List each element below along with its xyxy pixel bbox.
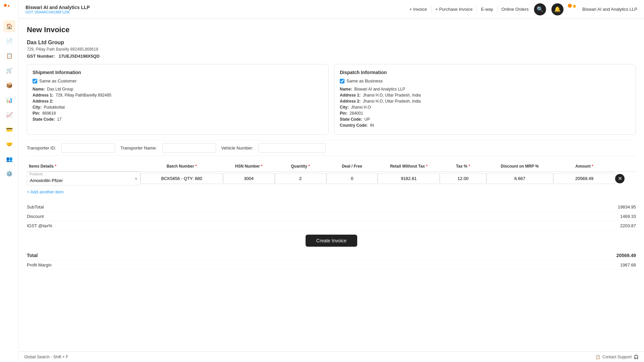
shipment-name-label: Name: [33, 87, 45, 92]
profit-label: Profit Margin [27, 262, 52, 267]
total-row-main: Total 20569.49 [27, 251, 636, 260]
nav-actions: + Invoice + Purchase Invoice E-way Onlin… [410, 6, 529, 13]
subtotal-value: 19834.95 [618, 204, 636, 209]
shipment-address2-field: Address 2: [33, 99, 323, 104]
shipment-address1-label: Address 1: [33, 93, 53, 98]
page-title: New Invoice [27, 25, 636, 34]
quantity-cell [275, 172, 326, 186]
dispatch-pin-field: Pin: 284001 [340, 111, 630, 116]
main-area: Biswari AI and Analytics LLP GST: 05AAAC… [19, 0, 644, 362]
same-as-business-checkbox[interactable] [340, 79, 344, 83]
sidebar-item-inventory[interactable]: 📦 [3, 79, 15, 91]
sidebar-item-reports[interactable]: 📊 [3, 94, 15, 106]
discount-mrp-input[interactable] [486, 173, 553, 184]
page-content: New Invoice Das Ltd Group 729, Pillay Pa… [19, 19, 644, 351]
create-invoice-button[interactable]: Create Invoice [306, 235, 357, 247]
product-cell: Products Amoxicillin Pfizer ▼ [27, 172, 141, 186]
support-headset-icon: 🎧 [634, 355, 639, 359]
dispatch-city-field: City: Jhansi H.O [340, 105, 630, 110]
total-value: 20569.49 [616, 253, 636, 258]
same-as-business-row[interactable]: Same as Business [340, 78, 630, 83]
same-as-customer-row[interactable]: Same as Customer [33, 78, 323, 83]
retail-without-tax-input[interactable] [378, 173, 440, 184]
sidebar-item-users[interactable]: 👥 [3, 153, 15, 165]
purchase-invoice-button[interactable]: + Purchase Invoice [435, 7, 473, 12]
gst-label: GST Number: [27, 54, 55, 59]
transporter-name-input[interactable] [162, 143, 216, 153]
eway-button[interactable]: E-way [481, 7, 493, 12]
shipment-city-label: City: [33, 105, 42, 110]
dispatch-pin-label: Pin: [340, 111, 347, 116]
quantity-input[interactable] [275, 173, 326, 184]
brand-name-text: Biswari AI and Analytics LLP [582, 7, 637, 12]
dispatch-city-label: City: [340, 105, 349, 110]
global-search-hint: Global Search - Shift + F [24, 355, 68, 359]
total-label: Total [27, 253, 38, 258]
igst-value: 2203.87 [620, 223, 636, 228]
sidebar-item-invoices[interactable]: 📄 [3, 35, 15, 47]
transporter-id-input[interactable] [61, 143, 115, 153]
same-as-customer-checkbox[interactable] [33, 79, 37, 83]
sidebar-item-analytics[interactable]: 📈 [3, 109, 15, 121]
dispatch-address1-field: Address 1: Jhansi H.O, Uttar Pradesh, In… [340, 93, 630, 98]
shipment-info-box: Shipment Information Same as Customer Na… [27, 64, 329, 135]
sidebar-item-settings[interactable]: ⚙️ [3, 168, 15, 180]
dispatch-name-label: Name: [340, 87, 352, 92]
contact-support-text: Contact Support [602, 355, 632, 359]
sidebar-item-crm[interactable]: 🤝 [3, 138, 15, 150]
sidebar-item-payments[interactable]: 💳 [3, 123, 15, 135]
contact-support-area[interactable]: 📋 Contact Support 🎧 [595, 355, 639, 359]
subtotal-row: SubTotal 19834.95 [27, 202, 636, 212]
search-button[interactable]: 🔍 [534, 3, 546, 15]
col-amount: Amount * [553, 161, 615, 172]
hsn-input[interactable] [223, 173, 275, 184]
batch-input[interactable] [141, 173, 223, 184]
sidebar-item-orders[interactable]: 🛒 [3, 64, 15, 76]
col-deal-free: Deal / Free [326, 161, 378, 172]
discount-cell [486, 172, 553, 186]
add-item-button[interactable]: + Add another item [27, 188, 64, 196]
remove-cell: ✕ [615, 172, 636, 186]
online-orders-button[interactable]: Online Orders [501, 7, 529, 12]
sidebar-item-home[interactable]: 🏠 [3, 20, 15, 32]
dispatch-name-value: Biswari AI and Analytics LLP [354, 87, 405, 92]
vehicle-number-label: Vehicle Number: [221, 145, 253, 150]
dispatch-country-value: IN [370, 123, 374, 128]
document-icon: 📋 [595, 355, 600, 359]
hsn-cell [223, 172, 275, 186]
nav-divider3 [497, 6, 497, 13]
amount-input[interactable] [553, 173, 615, 184]
igst-row: IGST @tax% 2203.87 [27, 221, 636, 231]
shipment-pin-value: 869618 [42, 111, 56, 116]
notifications-button[interactable]: 🔔 [551, 3, 564, 15]
amount-cell [553, 172, 615, 186]
shipment-pin-label: Pin: [33, 111, 40, 116]
shipment-state-field: State Code: 17 [33, 117, 323, 122]
col-items-details: Items Details * [27, 161, 141, 172]
sidebar-item-purchase[interactable]: 📋 [3, 50, 15, 62]
tax-percent-input[interactable] [440, 173, 486, 184]
deal-free-input[interactable] [326, 173, 378, 184]
shipment-name-value: Das Ltd Group [47, 87, 73, 92]
top-navbar: Biswari AI and Analytics LLP GST: 05AAAC… [19, 0, 644, 19]
app-logo[interactable] [4, 4, 15, 15]
shipment-city-value: Pudukkottai [44, 105, 65, 110]
dispatch-name-field: Name: Biswari AI and Analytics LLP [340, 87, 630, 92]
company-info: Biswari AI and Analytics LLP GST: 05AAAC… [25, 5, 90, 14]
remove-item-button[interactable]: ✕ [615, 174, 625, 183]
profit-row: Profit Margin 1967.68 [27, 260, 636, 270]
same-as-customer-label: Same as Customer [39, 78, 76, 83]
vehicle-number-input[interactable] [259, 143, 326, 153]
discount-row: Discount 1469.33 [27, 212, 636, 221]
company-gst: GST: 05AAACH6188F1ZM [25, 10, 90, 14]
create-btn-row: Create Invoice [27, 235, 636, 247]
product-select[interactable]: Amoxicillin Pfizer [27, 172, 141, 185]
invoice-button[interactable]: + Invoice [410, 7, 427, 12]
transporter-id-label: Transporter ID: [27, 145, 56, 150]
shipment-name-field: Name: Das Ltd Group [33, 87, 323, 92]
dispatch-state-label: State Code: [340, 117, 362, 122]
col-tax-percent: Tax % * [440, 161, 486, 172]
items-required-star: * [55, 164, 56, 169]
shipment-state-label: State Code: [33, 117, 55, 122]
transport-row: Transporter ID: Transporter Name: Vehicl… [27, 140, 636, 156]
